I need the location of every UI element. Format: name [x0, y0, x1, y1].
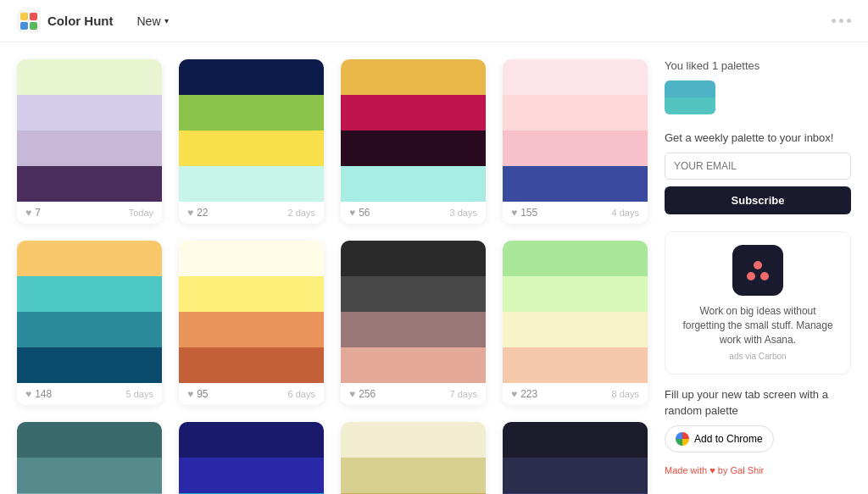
- logo-text: Color Hunt: [47, 14, 113, 28]
- likes-count: 148: [35, 388, 52, 400]
- color-strip: [179, 312, 324, 347]
- newsletter-section: Get a weekly palette to your inbox! Subs…: [665, 131, 851, 214]
- likes-count: 155: [520, 207, 537, 219]
- logo-area: Color Hunt: [17, 9, 113, 33]
- color-strip: [179, 276, 324, 312]
- likes: ♥ 56: [349, 207, 370, 219]
- likes-count: 56: [359, 207, 370, 219]
- color-strip: [503, 59, 648, 95]
- heart-icon: ♥: [349, 388, 355, 400]
- palette-card[interactable]: ♥ 1554 days: [503, 59, 648, 224]
- color-strip: [17, 241, 162, 276]
- color-strip: [179, 347, 324, 383]
- liked-palette[interactable]: [665, 80, 715, 114]
- card-footer: ♥ 1554 days: [503, 202, 648, 224]
- liked-strip-1: [665, 80, 715, 97]
- card-footer: ♥ 563 days: [341, 202, 486, 224]
- likes: ♥ 22: [187, 207, 208, 219]
- header-dots: [832, 19, 851, 23]
- palette-card[interactable]: ♥ 2238 days: [503, 241, 648, 405]
- likes: ♥ 7: [25, 207, 41, 219]
- header: Color Hunt New ▾: [0, 0, 868, 42]
- likes-count: 95: [197, 388, 208, 400]
- dot-2: [839, 19, 843, 23]
- palette-card[interactable]: ♥ 563 days: [341, 59, 486, 224]
- asana-icon: [745, 258, 771, 283]
- color-strip: [341, 241, 486, 276]
- color-strip: [503, 276, 648, 312]
- palette-card[interactable]: ♥ 222 days: [179, 59, 324, 224]
- palette-card[interactable]: ♥ 2567 days: [341, 241, 486, 405]
- color-strip: [17, 130, 162, 166]
- color-strip: [179, 241, 324, 276]
- color-strip: [179, 166, 324, 202]
- color-strip: [179, 458, 324, 493]
- palette-card[interactable]: ♥ 7Today: [17, 59, 162, 224]
- logo-icon: [17, 9, 41, 33]
- palette-grid: ♥ 7Today♥ 222 days♥ 563 days♥ 1554 days♥…: [17, 59, 648, 494]
- color-strip: [17, 95, 162, 130]
- card-footer: ♥ 2567 days: [341, 383, 486, 405]
- color-strip: [179, 95, 324, 130]
- color-strip: [503, 241, 648, 276]
- color-strip: [503, 458, 648, 493]
- email-input[interactable]: [665, 153, 851, 180]
- subscribe-button[interactable]: Subscribe: [665, 186, 851, 214]
- ad-via: ads via Carbon: [678, 352, 837, 361]
- palette-card[interactable]: [503, 422, 648, 494]
- sidebar: You liked 1 palettes Get a weekly palett…: [665, 59, 851, 494]
- palette-card[interactable]: [179, 422, 324, 494]
- liked-strip-2: [665, 97, 715, 114]
- heart-icon: ♥: [187, 207, 193, 219]
- likes: ♥ 148: [25, 388, 52, 400]
- likes-count: 223: [520, 388, 537, 400]
- dot-3: [847, 19, 851, 23]
- ad-box[interactable]: Work on big ideas without forgetting the…: [665, 231, 851, 375]
- svg-point-7: [760, 272, 769, 280]
- color-strip: [341, 422, 486, 458]
- heart-icon: ♥: [25, 388, 31, 400]
- color-strip: [503, 130, 648, 166]
- add-to-chrome-button[interactable]: Add to Chrome: [665, 425, 774, 452]
- palette-card[interactable]: ♥ 956 days: [179, 241, 324, 405]
- chrome-icon: [676, 432, 689, 446]
- palette-card[interactable]: ♥ 1485 days: [17, 241, 162, 405]
- color-strip: [503, 422, 648, 458]
- color-strip: [341, 166, 486, 202]
- heart-icon: ♥: [511, 207, 517, 219]
- chrome-cta: Fill up your new tab screen with a rando…: [665, 387, 851, 452]
- color-strip: [503, 312, 648, 347]
- svg-rect-1: [20, 13, 28, 20]
- color-strip: [179, 422, 324, 458]
- color-strip: [17, 59, 162, 95]
- likes-count: 7: [35, 207, 41, 219]
- made-with: Made with ♥ by Gal Shir: [665, 465, 851, 475]
- nav-new[interactable]: New ▾: [130, 11, 175, 31]
- ad-logo: [732, 245, 783, 296]
- color-strip: [503, 166, 648, 202]
- heart-icon: ♥: [187, 388, 193, 400]
- heart-icon: ♥: [25, 207, 31, 219]
- palette-card[interactable]: [341, 422, 486, 494]
- heart-icon: ♥: [511, 388, 517, 400]
- dot-1: [832, 19, 836, 23]
- color-strip: [341, 59, 486, 95]
- color-strip: [341, 458, 486, 493]
- time-ago: 3 days: [450, 208, 477, 218]
- ad-text: Work on big ideas without forgetting the…: [678, 304, 837, 347]
- color-strip: [179, 130, 324, 166]
- color-strip: [341, 95, 486, 130]
- time-ago: 2 days: [288, 208, 315, 218]
- chrome-cta-text: Fill up your new tab screen with a rando…: [665, 387, 851, 418]
- svg-rect-4: [30, 22, 37, 30]
- chevron-down-icon: ▾: [164, 16, 169, 25]
- palette-card[interactable]: [17, 422, 162, 494]
- svg-rect-3: [20, 22, 28, 30]
- time-ago: 7 days: [450, 389, 477, 399]
- svg-rect-0: [17, 9, 41, 33]
- liked-section: You liked 1 palettes: [665, 59, 851, 114]
- time-ago: 4 days: [612, 208, 639, 218]
- color-strip: [341, 276, 486, 312]
- color-strip: [17, 458, 162, 493]
- likes-count: 256: [359, 388, 376, 400]
